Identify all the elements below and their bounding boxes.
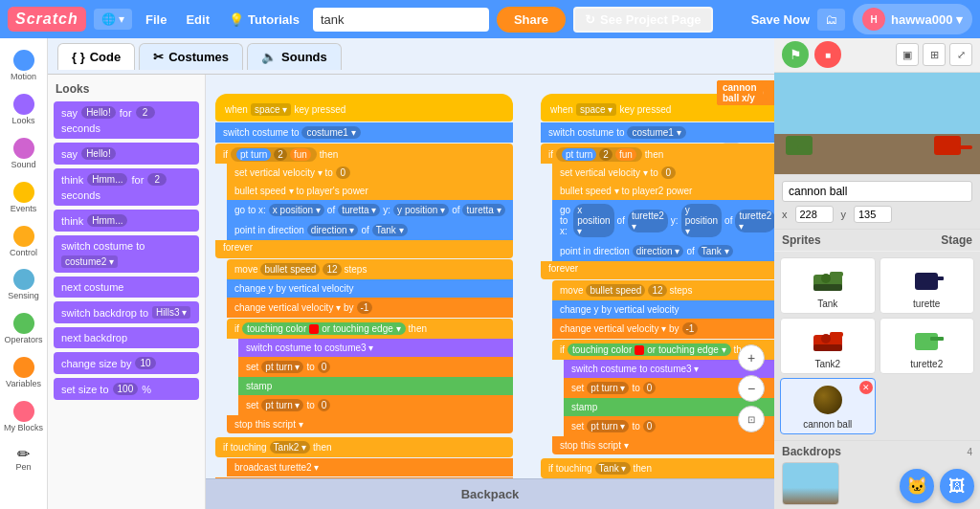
stage-preview (774, 73, 980, 175)
myblocks-dot (13, 401, 34, 422)
zoom-out-button[interactable]: − (738, 375, 765, 402)
sprites-stage-header: Sprites Stage (774, 230, 980, 252)
block-say-hello[interactable]: say Hello! (54, 143, 199, 165)
block-next-costume[interactable]: next costume (54, 277, 199, 298)
category-panel: Motion Looks Sound Events Control Sensin… (0, 38, 48, 509)
svg-rect-7 (813, 344, 842, 351)
block-next-backdrop[interactable]: next backdrop (54, 327, 199, 348)
forever-block-left[interactable]: move bullet speed 12 steps change y by v… (227, 259, 513, 433)
stage-playback-controls: ⚑ ■ (782, 41, 841, 68)
sprite-card-turette2[interactable]: turette2 (880, 318, 975, 374)
user-menu-button[interactable]: H hawwa000 ▾ (853, 4, 972, 34)
green-flag-button[interactable]: ⚑ (782, 41, 809, 68)
stage-fullscreen-button[interactable]: ⤢ (949, 43, 972, 66)
backdrops-thumbnail[interactable] (782, 462, 839, 505)
lightbulb-icon: 💡 (229, 12, 244, 27)
events-dot (13, 182, 34, 203)
add-buttons-area: 🐱 🖼 (900, 469, 974, 503)
hat-block-space-left[interactable]: when space ▾ key pressed (215, 94, 513, 122)
backdrops-label: Backdrops (782, 445, 841, 458)
sidebar-item-looks[interactable]: Looks (2, 90, 46, 130)
scissors-icon: ✂ (153, 50, 164, 64)
project-name-input[interactable] (313, 8, 489, 32)
events-label: Events (11, 205, 37, 214)
control-dot (13, 226, 34, 247)
zoom-fit-button[interactable]: ⊡ (738, 406, 765, 432)
sidebar-item-events[interactable]: Events (2, 178, 46, 218)
sidebar-item-myblocks[interactable]: My Blocks (2, 397, 46, 437)
tab-code[interactable]: { } Code (57, 43, 135, 70)
delete-cannon-ball-button[interactable]: ✕ (859, 381, 873, 394)
y-coord-input[interactable] (854, 206, 892, 223)
looks-label: Looks (11, 117, 34, 126)
blocks-section-title: Looks (54, 82, 199, 96)
save-now-button[interactable]: Save Now (751, 12, 810, 27)
svg-rect-2 (830, 272, 843, 277)
x-label: x (782, 209, 788, 220)
block-think-seconds[interactable]: think Hmm... for 2 seconds (54, 168, 199, 206)
sprite-name-input[interactable] (782, 181, 972, 202)
code-area[interactable]: vertical speed 0 bullet speed 0 cannon b… (206, 75, 774, 509)
motion-dot (13, 50, 34, 71)
file-icon-button[interactable]: 🗂 (817, 9, 845, 31)
share-button[interactable]: Share (497, 7, 566, 33)
variables-dot (13, 357, 34, 378)
backpack-bar[interactable]: Backpack (206, 478, 774, 509)
sprites-grid: Tank turette (774, 252, 980, 440)
block-switch-costume-2[interactable]: switch costume to costume1 ▾ (541, 122, 774, 143)
block-set-size[interactable]: set size to 100 % (54, 378, 199, 400)
block-change-size[interactable]: change size by 10 (54, 352, 199, 374)
tab-costumes[interactable]: ✂ Costumes (139, 43, 243, 70)
y-label: y (841, 209, 847, 220)
tab-bar: { } Code ✂ Costumes 🔈 Sounds (48, 38, 774, 75)
username-label: hawwa000 ▾ (891, 12, 963, 27)
if-block-right[interactable]: if pt turn 2 fun then set vertical veloc… (541, 144, 774, 279)
topbar: Scratch 🌐 ▾ File Edit 💡 Tutorials Share … (0, 0, 980, 38)
scratch-logo[interactable]: Scratch (8, 7, 86, 32)
sprite-card-tank2[interactable]: Tank2 (780, 318, 876, 374)
tab-sounds[interactable]: 🔈 Sounds (247, 43, 342, 70)
block-switch-costume[interactable]: switch costume to costume2 ▾ (54, 235, 199, 273)
sprite-card-tank[interactable]: Tank (780, 257, 876, 314)
sidebar-item-motion[interactable]: Motion (2, 46, 46, 86)
tutorials-button[interactable]: 💡 Tutorials (223, 9, 305, 31)
sidebar-item-pen[interactable]: ✏ Pen (2, 441, 46, 476)
sprite-coords: x y (782, 206, 972, 223)
turette2-sprite-name: turette2 (910, 359, 943, 369)
block-switch-backdrop[interactable]: switch backdrop to Hills3 ▾ (54, 301, 199, 323)
block-say-hello-seconds[interactable]: say Hello! for 2 seconds (54, 101, 199, 139)
stage-normal-view-button[interactable]: ⊞ (923, 43, 946, 66)
backdrops-header: Backdrops 4 (782, 445, 972, 458)
svg-rect-8 (830, 332, 843, 337)
file-menu[interactable]: File (140, 9, 172, 31)
user-avatar: H (862, 8, 885, 31)
zoom-in-button[interactable]: + (738, 344, 765, 371)
sidebar-item-operators[interactable]: Operators (2, 309, 46, 349)
add-sprite-button[interactable]: 🐱 (900, 469, 934, 503)
sprite-card-cannon-ball[interactable]: ✕ cannon ball (780, 378, 876, 434)
block-think[interactable]: think Hmm... (54, 210, 199, 232)
language-button[interactable]: 🌐 ▾ (94, 9, 132, 30)
edit-menu[interactable]: Edit (180, 9, 215, 31)
sprite-card-turette[interactable]: turette (880, 257, 975, 314)
block-switch-costume-1[interactable]: switch costume to costume1 ▾ (215, 122, 513, 143)
stage-small-view-button[interactable]: ▣ (896, 43, 919, 66)
svg-rect-10 (915, 333, 938, 350)
tank2-sprite-preview (934, 136, 961, 155)
code-icon: { } (72, 50, 85, 64)
sidebar-item-variables[interactable]: Variables (2, 353, 46, 393)
sidebar-item-sensing[interactable]: Sensing (2, 265, 46, 305)
touching-tank-block-right[interactable]: if touching Tank ▾ then (541, 458, 774, 478)
sidebar-item-sound[interactable]: Sound (2, 134, 46, 174)
if-block-left[interactable]: if pt turn 2 fun then set vertical veloc… (215, 144, 513, 258)
block-group-right: when space ▾ key pressed switch costume … (541, 94, 774, 509)
sidebar-item-control[interactable]: Control (2, 222, 46, 262)
add-backdrop-button[interactable]: 🖼 (940, 469, 974, 503)
x-coord-input[interactable] (795, 206, 834, 223)
stop-button[interactable]: ■ (814, 41, 841, 68)
svg-rect-5 (930, 277, 944, 280)
touching-tank2-block-left[interactable]: if touching Tank2 ▾ then (215, 437, 513, 457)
svg-rect-4 (915, 273, 938, 290)
sensing-dot (13, 269, 34, 290)
see-project-button[interactable]: ↻ See Project Page (573, 7, 713, 33)
